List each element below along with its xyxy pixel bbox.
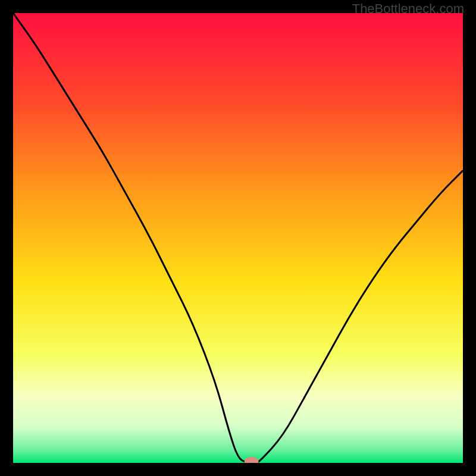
bottleneck-chart bbox=[13, 13, 463, 463]
chart-frame: TheBottleneck.com bbox=[0, 0, 476, 476]
plot-area bbox=[13, 13, 463, 463]
gradient-background bbox=[13, 13, 463, 463]
